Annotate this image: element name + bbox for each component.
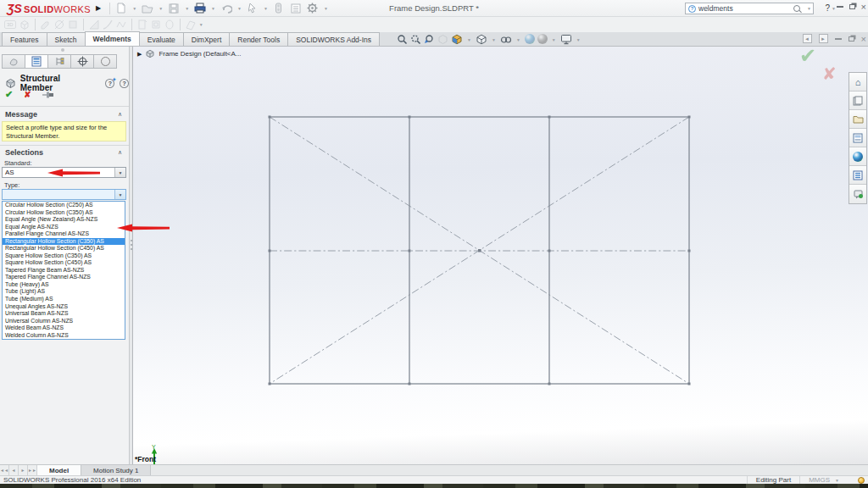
cancel-button[interactable]: ✘ — [24, 90, 31, 99]
message-section-header[interactable]: Message — [5, 110, 37, 119]
featuremanager-tree-tab[interactable] — [2, 54, 25, 69]
whats-new-help-icon[interactable]: ?✦ — [105, 79, 114, 88]
fillet-bead-icon[interactable] — [102, 19, 114, 30]
tab-evaluate[interactable]: Evaluate — [139, 32, 184, 46]
chevron-down-icon[interactable]: ▼ — [807, 6, 811, 11]
menu-flyout-icon[interactable]: ▶ — [96, 4, 101, 12]
chevron-down-icon[interactable]: ▼ — [199, 22, 203, 27]
file-properties-button[interactable] — [288, 2, 303, 15]
rebuild-button[interactable] — [271, 2, 287, 15]
model-tab[interactable]: Model — [37, 465, 81, 475]
search-input[interactable]: weldments — [698, 4, 793, 13]
monitor-icon[interactable] — [560, 34, 572, 45]
minimize-button[interactable] — [837, 6, 843, 8]
chevron-down-icon[interactable]: ▼ — [237, 6, 242, 11]
type-option[interactable]: Tapered Flange Channel AS-NZS — [3, 274, 125, 281]
pin-icon[interactable] — [42, 91, 54, 99]
next-tab-icon[interactable]: ► — [19, 465, 28, 475]
type-option[interactable]: Unequal Angles AS-NZS — [3, 302, 125, 310]
type-option[interactable]: Rectangular Hollow Section (C450) AS — [3, 245, 125, 252]
type-option[interactable]: Welded Beam AS-NZS — [3, 324, 125, 332]
chevron-down-icon[interactable]: ▼ — [211, 6, 215, 11]
chevron-down-icon[interactable]: ▼ — [132, 6, 136, 11]
chevron-down-icon[interactable]: ▼ — [185, 6, 189, 11]
type-option[interactable]: Equal Angle AS-NZS — [3, 224, 125, 231]
type-option[interactable]: Tapered Flange Beam AS-NZS — [3, 267, 125, 274]
open-document-button[interactable] — [140, 2, 155, 15]
close-button[interactable]: × — [861, 3, 866, 11]
collapse-icon[interactable]: ∧ — [118, 111, 122, 118]
tab-sketch[interactable]: Sketch — [47, 32, 86, 46]
selections-section-header[interactable]: Selections — [5, 148, 43, 157]
section-view-icon[interactable] — [437, 34, 448, 45]
undo-button[interactable] — [219, 2, 234, 15]
type-option-selected[interactable]: Rectangular Hollow Section (C350) AS — [3, 238, 125, 246]
chevron-down-icon[interactable]: ▼ — [159, 6, 163, 11]
view-orientation-icon[interactable] — [451, 34, 463, 45]
graphics-viewport[interactable]: ▶ Frame Design (Default<A... ✔ ✘ — [133, 47, 868, 464]
edit-appearance-icon[interactable] — [525, 32, 535, 47]
chevron-down-icon[interactable]: ▼ — [832, 6, 836, 11]
view-settings-icon[interactable] — [537, 32, 548, 47]
hole-wizard-icon[interactable] — [164, 19, 175, 30]
display-style-icon[interactable] — [476, 34, 487, 45]
doc-minimize-button[interactable] — [835, 38, 842, 40]
type-option[interactable]: Welded Column AS-NZS — [3, 332, 125, 340]
help-icon[interactable]: ? — [120, 79, 129, 88]
print-button[interactable] — [192, 2, 208, 15]
pane-right-icon[interactable]: ► — [819, 34, 828, 43]
type-option[interactable]: Square Hollow Section (C450) AS — [3, 259, 125, 267]
units-selector[interactable]: MMGS ▼ — [799, 476, 849, 484]
doc-close-button[interactable]: × — [861, 35, 866, 43]
dimxpertmanager-tab[interactable] — [70, 54, 94, 69]
extruded-cut-icon[interactable] — [150, 19, 162, 30]
file-explorer-icon[interactable] — [849, 110, 866, 129]
type-option[interactable]: Equal Angle (New Zealand) AS-NZS — [3, 216, 125, 224]
new-document-button[interactable] — [114, 2, 129, 15]
propertymanager-tab[interactable] — [25, 54, 48, 69]
notification-coin-icon[interactable] — [858, 477, 865, 484]
3d-sketch-icon[interactable]: 3D — [4, 20, 16, 29]
save-button[interactable] — [166, 2, 181, 15]
forum-icon[interactable] — [849, 185, 866, 203]
type-option[interactable]: Circular Hollow Section (C350) AS — [3, 209, 125, 217]
previous-view-icon[interactable] — [424, 34, 435, 45]
chevron-down-icon[interactable]: ▼ — [576, 37, 581, 42]
tab-weldments[interactable]: Weldments — [85, 31, 140, 46]
resources-home-icon[interactable]: ⌂ — [849, 73, 866, 92]
chevron-down-icon[interactable]: ▼ — [516, 37, 520, 42]
search-help-icon[interactable]: ? — [688, 5, 696, 13]
last-tab-icon[interactable]: ►► — [28, 465, 37, 475]
displaymanager-tab[interactable] — [93, 54, 117, 69]
tab-solidworks-add-ins[interactable]: SOLIDWORKS Add-Ins — [287, 32, 380, 46]
chevron-down-icon[interactable]: ▼ — [467, 37, 471, 42]
appearances-scenes-icon[interactable] — [849, 147, 866, 166]
type-option[interactable]: Parallel Flange Channel AS-NZS — [3, 230, 125, 238]
structural-member-icon[interactable] — [40, 19, 52, 30]
select-tool-button[interactable] — [245, 2, 260, 15]
search-box[interactable]: ? weldments ▼ — [685, 3, 814, 14]
prev-tab-icon[interactable]: ◄ — [9, 465, 19, 475]
trim-extend-icon[interactable] — [53, 19, 65, 30]
chevron-down-icon[interactable]: ▼ — [264, 6, 268, 11]
options-gear-button[interactable] — [305, 2, 320, 15]
custom-properties-icon[interactable] — [849, 166, 866, 185]
sketch-canvas[interactable] — [133, 47, 868, 464]
restore-button[interactable] — [849, 4, 855, 9]
chevron-down-icon[interactable]: ▼ — [552, 37, 556, 42]
chevron-down-icon[interactable]: ▼ — [835, 478, 839, 483]
hide-show-items-icon[interactable] — [500, 34, 512, 45]
pane-left-icon[interactable]: ◄ — [803, 34, 812, 43]
tab-dimxpert[interactable]: DimXpert — [183, 32, 230, 46]
type-option[interactable]: Universal Column AS-NZS — [3, 318, 125, 325]
panel-resize-handle[interactable] — [61, 48, 64, 52]
type-option[interactable]: Tube (Medium) AS — [3, 296, 125, 303]
type-option[interactable]: Circular Hollow Section (C250) AS — [3, 202, 125, 209]
chevron-down-icon[interactable]: ▼ — [114, 190, 125, 199]
first-tab-icon[interactable]: ◄◄ — [0, 465, 9, 475]
type-option[interactable]: Universal Beam AS-NZS — [3, 310, 125, 318]
search-icon[interactable] — [793, 5, 800, 12]
tab-render-tools[interactable]: Render Tools — [229, 32, 288, 46]
panel-splitter[interactable] — [129, 47, 133, 464]
gusset-icon[interactable] — [88, 19, 100, 30]
